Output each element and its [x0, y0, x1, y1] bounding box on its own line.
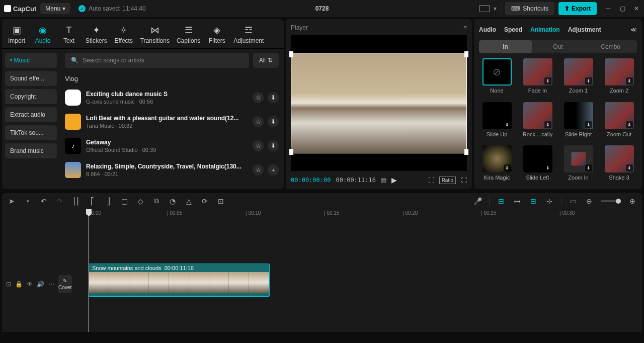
duplicate-tool[interactable]: ⧉ — [152, 197, 161, 206]
delete-tool[interactable]: ▢ — [120, 197, 129, 206]
mute-icon[interactable]: 🔊 — [37, 281, 44, 288]
resize-handle[interactable] — [464, 149, 468, 155]
trim-left-tool[interactable]: ⎡ — [88, 197, 97, 206]
anim-slideleft[interactable]: ⬇Slide Left — [520, 145, 555, 184]
timeline-ruler[interactable]: 00:00 | 00:05 | 00:10 | 00:15 | 00:20 | … — [66, 209, 642, 219]
more-icon[interactable]: ⋯ — [48, 281, 54, 288]
anim-none[interactable]: ⊘None — [479, 58, 515, 97]
collapse-icon[interactable]: ≪ — [630, 26, 637, 33]
expand-icon[interactable]: ⊡ — [6, 281, 11, 288]
undo-button[interactable]: ↶ — [39, 197, 48, 206]
shortcuts-button[interactable]: ⌨ Shortcuts — [505, 2, 554, 15]
audio-item[interactable]: Exciting club dance music S G-axis sound… — [65, 88, 279, 108]
fullscreen-icon[interactable]: ⛶ — [461, 177, 467, 184]
redo-button[interactable]: ↷ — [55, 197, 64, 206]
select-dropdown[interactable]: ▾ — [23, 197, 32, 206]
select-tool[interactable]: ➤ — [7, 197, 16, 206]
timeline-tracks[interactable]: 00:00 | 00:05 | 00:10 | 00:15 | 00:20 | … — [66, 209, 642, 332]
right-tab-audio[interactable]: Audio — [479, 24, 496, 35]
sidebar-item-music[interactable]: • Music — [5, 53, 57, 68]
marker-tool[interactable]: ◇ — [136, 197, 145, 206]
link-toggle[interactable]: ⊶ — [513, 197, 522, 206]
align-toggle[interactable]: ⊹ — [545, 197, 554, 206]
anim-slideright[interactable]: ⬇Slide Right — [560, 102, 596, 141]
snap-track-toggle[interactable]: ⊟ — [529, 197, 538, 206]
anim-slideup[interactable]: ⬇Slide Up — [479, 102, 515, 141]
all-filter-button[interactable]: All ⇅ — [253, 53, 279, 68]
favorite-button[interactable]: ☆ — [253, 164, 264, 176]
sidebar-item-brand[interactable]: Brand music — [5, 143, 57, 158]
anim-zoom2[interactable]: ⬇Zoom 2 — [601, 58, 637, 97]
horizontal-scrollbar[interactable] — [2, 332, 642, 337]
tab-adjustment[interactable]: ☲Adjustment — [230, 23, 267, 46]
add-button[interactable]: ＋ — [268, 164, 279, 176]
play-button[interactable]: ▶ — [391, 176, 397, 184]
crop-tool[interactable]: ⊡ — [216, 197, 225, 206]
audio-item[interactable]: Relaxing, Simple, Countryside, Travel, N… — [65, 160, 279, 180]
favorite-button[interactable]: ☆ — [253, 116, 264, 127]
player-menu-icon[interactable]: ≡ — [463, 24, 467, 31]
snap-main-toggle[interactable]: ⊟ — [497, 197, 506, 206]
zoom-out-button[interactable]: ⊖ — [585, 197, 594, 206]
tab-import[interactable]: ▣Import — [4, 23, 29, 46]
zoom-in-button[interactable]: ⊕ — [628, 197, 637, 206]
tab-effects[interactable]: ✧Effects — [111, 23, 136, 46]
sidebar-item-extract[interactable]: Extract audio — [5, 107, 57, 122]
aspect-ratio-icon[interactable] — [479, 5, 490, 12]
right-tab-speed[interactable]: Speed — [504, 24, 522, 35]
tab-stickers[interactable]: ✦Stickers — [83, 23, 110, 46]
tab-text[interactable]: TText — [56, 23, 82, 46]
zoom-slider[interactable] — [601, 200, 621, 202]
grid-icon[interactable]: ▦ — [381, 177, 386, 184]
mirror-tool[interactable]: △ — [184, 197, 193, 206]
anim-kira[interactable]: ⬇Kira Magic — [479, 145, 515, 184]
crop-icon[interactable]: ⛶ — [428, 177, 434, 184]
download-button[interactable]: ⬇ — [268, 140, 279, 151]
lock-icon[interactable]: 🔒 — [15, 281, 23, 288]
tab-transitions[interactable]: ⋈Transitions — [137, 23, 173, 46]
chevron-down-icon[interactable]: ▾ — [494, 5, 497, 12]
rotate-tool[interactable]: ⟳ — [200, 197, 209, 206]
resize-handle[interactable] — [289, 149, 293, 155]
favorite-button[interactable]: ☆ — [253, 140, 264, 151]
minimize-button[interactable]: ─ — [605, 5, 612, 12]
audio-item[interactable]: Lofi Beat with a pleasant guitar and wat… — [65, 112, 279, 132]
zoom-thumb[interactable] — [616, 199, 621, 204]
right-tab-adjustment[interactable]: Adjustment — [568, 24, 601, 35]
maximize-button[interactable]: ▢ — [619, 5, 626, 12]
sidebar-item-soundeffects[interactable]: Sound effe... — [5, 71, 57, 86]
sub-tab-out[interactable]: Out — [532, 40, 585, 53]
ratio-button[interactable]: Ratio — [439, 177, 456, 184]
trim-right-tool[interactable]: ⎦ — [104, 197, 113, 206]
anim-zoomin[interactable]: ⬇Zoom In — [560, 145, 596, 184]
tab-audio[interactable]: ◉Audio — [30, 23, 55, 46]
favorite-button[interactable]: ☆ — [253, 92, 264, 103]
search-input[interactable]: 🔍 Search songs or artists — [65, 53, 249, 68]
visibility-icon[interactable]: 👁 — [27, 281, 33, 288]
sub-tab-in[interactable]: In — [479, 40, 532, 53]
tab-captions[interactable]: ☰Captions — [174, 23, 203, 46]
menu-button[interactable]: Menu ▾ — [40, 3, 70, 14]
sub-tab-combo[interactable]: Combo — [584, 40, 637, 53]
download-button[interactable]: ⬇ — [268, 92, 279, 103]
resize-handle[interactable] — [289, 51, 293, 57]
right-tab-animation[interactable]: Animation — [530, 24, 560, 35]
sidebar-item-tiktok[interactable]: TikTok sou... — [5, 125, 57, 140]
player-canvas[interactable] — [291, 35, 467, 171]
resize-handle[interactable] — [464, 51, 468, 57]
video-clip[interactable]: Snow mountains and clouds 00:00:11:16 — [89, 264, 270, 297]
download-button[interactable]: ⬇ — [268, 116, 279, 127]
preview-toggle[interactable]: ▭ — [569, 197, 578, 206]
mic-button[interactable]: 🎤 — [473, 197, 482, 206]
anim-fadein[interactable]: ⬇Fade In — [520, 58, 555, 97]
anim-zoom1[interactable]: ⬇Zoom 1 — [560, 58, 596, 97]
split-tool[interactable]: ⎮⎮ — [71, 197, 80, 206]
anim-zoomout[interactable]: ⬇Zoom Out — [601, 102, 637, 141]
anim-shake3[interactable]: ⬇Shake 3 — [601, 145, 637, 184]
tab-filters[interactable]: ◈Filters — [204, 23, 229, 46]
anim-rock[interactable]: ⬇Rock ...cally — [520, 102, 555, 141]
close-button[interactable]: ✕ — [633, 5, 640, 12]
speed-tool[interactable]: ◔ — [168, 197, 177, 206]
export-button[interactable]: ⬆ Export — [558, 2, 597, 15]
audio-item[interactable]: ♪ Getaway Official Sound Studio · 00:39 … — [65, 136, 279, 156]
